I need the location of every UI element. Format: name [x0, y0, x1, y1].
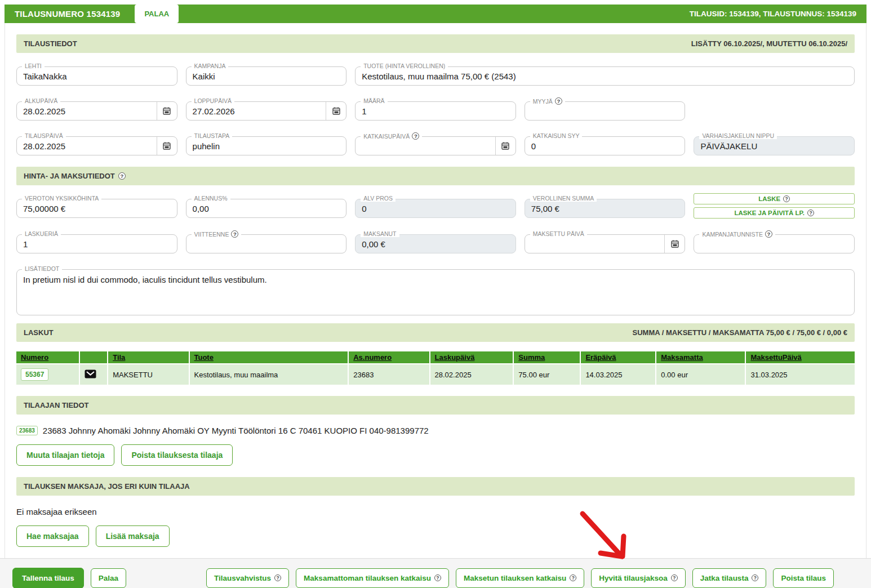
section-payer-title: TILAUKSEN MAKSAJA, JOS ERI KUIN TILAAJA [24, 482, 190, 491]
help-icon: ? [783, 195, 790, 202]
invoices-table-header-row: Numero Tila Tuote As.numero Laskupäivä S… [16, 351, 855, 364]
loppupaiva-label: LOPPUPÄIVÄ [194, 97, 232, 104]
calendar-icon [162, 141, 171, 150]
help-icon: ? [274, 574, 281, 581]
column-tuote[interactable]: Tuote [194, 353, 214, 362]
column-tila[interactable]: Tila [113, 353, 125, 362]
varhaisjakelun-nippu-field: VARHAISJAKELUN NIPPU [694, 136, 855, 155]
back-button-top[interactable]: PALAA [135, 5, 179, 23]
search-payer-button[interactable]: Hae maksajaa [16, 525, 89, 547]
column-maksettupaiva[interactable]: MaksettuPäivä [750, 353, 801, 362]
kampanja-label: KAMPANJA [194, 63, 226, 69]
payer-status-text: Ei maksajaa erikseen [16, 507, 855, 516]
maksettu-paiva-field: MAKSETTU PÄIVÄ [525, 234, 686, 253]
footer-action-bar: Tallenna tilaus Palaa Tilausvahvistus? M… [0, 558, 871, 588]
tilauspaiva-calendar-button[interactable] [157, 137, 177, 155]
cancel-paid-order-button[interactable]: Maksetun tilauksen katkaisu? [456, 568, 584, 588]
help-icon[interactable]: ? [555, 97, 562, 105]
calendar-icon [501, 141, 510, 150]
alkupaiva-calendar-button[interactable] [157, 102, 177, 120]
laskueria-input[interactable] [17, 235, 177, 253]
help-icon[interactable]: ? [765, 230, 772, 238]
lisatiedot-label: LISÄTIEDOT [25, 265, 59, 272]
maksanut-label: MAKSANUT [363, 230, 396, 237]
continue-order-button[interactable]: Jatka tilausta? [692, 568, 767, 588]
credit-order-period-button[interactable]: Hyvitä tilausjaksoa? [591, 568, 686, 588]
top-header-bar: TILAUSNUMERO 1534139 PALAA TILAUSID: 153… [5, 5, 866, 23]
laske-button[interactable]: LASKE? [694, 193, 855, 204]
maara-input[interactable] [355, 102, 516, 120]
calendar-icon [162, 106, 171, 115]
invoice-row: 55367 MAKSETTU Kestotilaus, muu maailma … [16, 364, 855, 385]
veroton-yksikkohinta-field: VEROTON YKSIKKÖHINTA [16, 199, 177, 218]
loppupaiva-input[interactable] [186, 102, 326, 120]
section-price-info-title: HINTA- JA MAKSUTIEDOT [24, 172, 115, 180]
lehti-input[interactable] [17, 67, 177, 85]
help-icon[interactable]: ? [231, 230, 238, 238]
order-page: TILAUSNUMERO 1534139 PALAA TILAUSID: 153… [0, 0, 871, 588]
tilauspaiva-label: TILAUSPÄIVÄ [25, 132, 63, 139]
maksettu-paiva-calendar-button[interactable] [664, 235, 685, 253]
cancel-unpaid-order-button[interactable]: Maksamattoman tilauksen katkaisu? [296, 568, 449, 588]
column-maksamatta[interactable]: Maksamatta [661, 353, 703, 362]
kampanja-input[interactable] [186, 67, 346, 85]
help-icon: ? [671, 574, 678, 581]
subscriber-info-text: 23683 Johnny Ahomäki Johnny Ahomäki OY M… [43, 426, 429, 435]
verollinen-summa-input [525, 199, 685, 217]
envelope-icon[interactable] [85, 369, 96, 378]
column-asnumero[interactable]: As.numero [353, 353, 392, 362]
myyja-field: MYYJÄ? [525, 101, 686, 121]
column-numero[interactable]: Numero [21, 353, 48, 362]
veroton-yksikkohinta-input[interactable] [17, 199, 177, 217]
back-button-bottom[interactable]: Palaa [91, 568, 126, 588]
help-icon[interactable]: ? [118, 172, 126, 180]
viitteenne-label: VIITTEENNE [194, 231, 229, 238]
katkaisun-syy-input[interactable] [525, 137, 685, 155]
invoice-status: MAKSETTU [108, 364, 189, 385]
subscriber-info-line: 23683 23683 Johnny Ahomäki Johnny Ahomäk… [16, 426, 855, 435]
laske-ja-paivita-button[interactable]: LASKE JA PÄIVITÄ LP.? [694, 207, 855, 219]
veroton-yksikkohinta-label: VEROTON YKSIKKÖHINTA [25, 195, 99, 202]
verollinen-summa-field: VEROLLINEN SUMMA [525, 199, 686, 218]
lehti-label: LEHTI [25, 63, 42, 69]
section-subscriber-title: TILAAJAN TIEDOT [24, 401, 89, 409]
maara-label: MÄÄRÄ [363, 97, 384, 104]
alkupaiva-input[interactable] [17, 102, 157, 120]
section-invoices: LASKUT SUMMA / MAKSETTU / MAKSAMATTA 75,… [16, 323, 855, 342]
customer-number-badge[interactable]: 23683 [16, 426, 38, 435]
myyja-label: MYYJÄ [533, 98, 553, 105]
katkaisupaiva-calendar-button[interactable] [495, 137, 516, 155]
tuote-input[interactable] [355, 67, 854, 85]
save-order-button[interactable]: Tallenna tilaus [12, 568, 84, 588]
alkupaiva-field: ALKUPÄIVÄ [16, 101, 177, 121]
add-payer-button[interactable]: Lisää maksaja [96, 525, 170, 547]
section-price-info: HINTA- JA MAKSUTIEDOT? [16, 167, 855, 185]
tuote-label: TUOTE (HINTA VEROLLINEN) [363, 63, 445, 69]
invoice-sum: 75.00 eur [513, 364, 580, 385]
remove-subscriber-button[interactable]: Poista tilauksesta tilaaja [121, 444, 233, 466]
tilauspaiva-field: TILAUSPÄIVÄ [16, 136, 177, 155]
help-icon[interactable]: ? [412, 132, 419, 140]
invoice-number-badge[interactable]: 55367 [21, 368, 48, 381]
tilaustapa-input[interactable] [186, 137, 346, 155]
invoice-date: 28.02.2025 [430, 364, 514, 385]
alennus-input[interactable] [186, 199, 346, 217]
column-erapaiva[interactable]: Eräpäivä [585, 353, 616, 362]
loppupaiva-field: LOPPUPÄIVÄ [186, 101, 347, 121]
calendar-icon [332, 106, 341, 115]
section-payer: TILAUKSEN MAKSAJA, JOS ERI KUIN TILAAJA [16, 477, 855, 496]
column-laskupaiva[interactable]: Laskupäivä [435, 353, 475, 362]
loppupaiva-calendar-button[interactable] [326, 102, 346, 120]
order-confirmation-button[interactable]: Tilausvahvistus? [206, 568, 289, 588]
lisatiedot-textarea[interactable]: In pretium nisl id dui commodo, iaculis … [17, 270, 854, 313]
maksettu-paiva-label: MAKSETTU PÄIVÄ [533, 230, 584, 237]
maara-field: MÄÄRÄ [355, 101, 516, 121]
tilauspaiva-input[interactable] [17, 137, 157, 155]
maksanut-field: MAKSANUT [355, 234, 516, 253]
order-fields-grid: LEHTI KAMPANJA TUOTE (HINTA VEROLLINEN) … [16, 53, 855, 159]
delete-order-button[interactable]: Poista tilaus [773, 568, 834, 588]
invoice-paid-date: 31.03.2025 [745, 364, 855, 385]
column-summa[interactable]: Summa [518, 353, 545, 362]
maksettu-paiva-input[interactable] [525, 235, 665, 253]
edit-subscriber-button[interactable]: Muuta tilaajan tietoja [16, 444, 114, 466]
